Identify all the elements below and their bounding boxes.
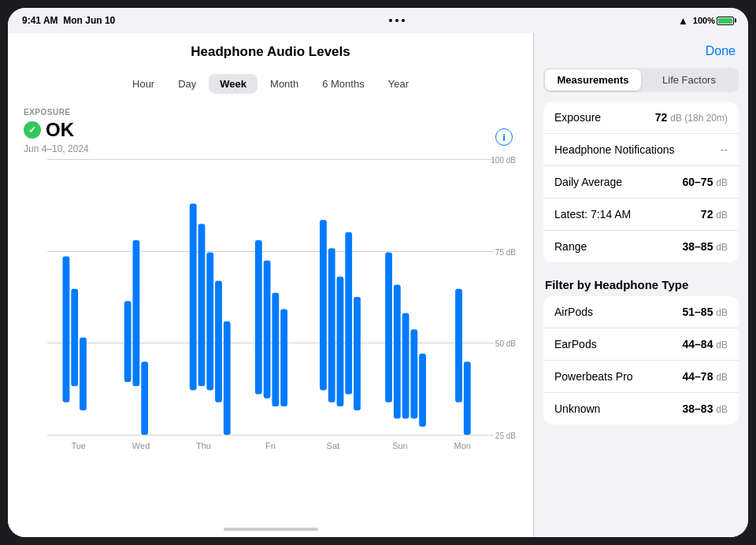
done-button[interactable]: Done <box>706 44 736 58</box>
svg-rect-0 <box>63 257 70 402</box>
metric-name-range: Range <box>554 240 587 253</box>
grid-label-100: 100 dB <box>491 156 516 165</box>
day-label-mon: Mon <box>454 441 471 450</box>
svg-rect-20 <box>385 252 392 402</box>
metric-value-exposure: 72 dB (18h 20m) <box>655 111 728 124</box>
metric-value-headphone-notif: -- <box>721 143 728 156</box>
metric-value-daily-avg: 60–75 dB <box>682 176 728 188</box>
tab-year[interactable]: Year <box>377 74 420 94</box>
tab-day[interactable]: Day <box>167 74 207 94</box>
chart-area: EXPOSURE ✓ OK Jun 4–10, 2024 i 100 dB <box>8 100 533 521</box>
svg-rect-1 <box>71 289 78 387</box>
segment-control: Measurements Life Factors <box>543 68 739 92</box>
ok-text: OK <box>46 119 74 141</box>
wifi-icon: ▲ <box>678 15 688 27</box>
metric-name-exposure: Exposure <box>554 111 601 124</box>
metric-row-range: Range 38–85 dB <box>543 231 739 262</box>
metric-value-range: 38–85 dB <box>682 240 728 253</box>
exposure-label: EXPOSURE <box>24 108 517 117</box>
day-label-sat: Sat <box>327 441 340 450</box>
tab-week[interactable]: Week <box>209 74 258 94</box>
grid-line-25: 25 dB <box>47 435 494 436</box>
filter-name-unknown: Unknown <box>554 402 600 415</box>
svg-rect-7 <box>198 224 206 386</box>
tab-hour[interactable]: Hour <box>121 74 165 94</box>
status-center-dots <box>389 19 405 22</box>
filter-name-earpods: EarPods <box>554 338 597 350</box>
svg-rect-15 <box>320 220 327 390</box>
filter-value-powerbeats: 44–78 dB <box>682 370 728 383</box>
day-label-sun: Sun <box>392 441 408 450</box>
svg-rect-25 <box>455 289 462 402</box>
tab-month[interactable]: Month <box>259 74 309 94</box>
filter-row-airpods: AirPods 51–85 dB <box>543 296 739 328</box>
svg-rect-24 <box>419 354 426 427</box>
svg-rect-21 <box>394 285 401 419</box>
metrics-card: Exposure 72 dB (18h 20m) Headphone Notif… <box>543 102 739 262</box>
home-indicator <box>8 521 533 537</box>
filter-section-header: Filter by Headphone Type <box>534 270 748 296</box>
svg-rect-3 <box>124 301 132 382</box>
time-tabs: Hour Day Week Month 6 Months Year <box>8 68 533 100</box>
svg-rect-5 <box>141 361 148 435</box>
svg-rect-18 <box>345 232 352 395</box>
svg-rect-22 <box>402 313 410 419</box>
main-content: Headphone Audio Levels Hour Day Week Mon… <box>8 33 748 537</box>
svg-rect-8 <box>206 252 213 390</box>
svg-rect-13 <box>272 293 279 406</box>
grid-label-75: 75 dB <box>495 247 516 256</box>
filter-name-airpods: AirPods <box>554 306 593 318</box>
day-label-thu: Thu <box>196 441 211 450</box>
day-label-wed: Wed <box>132 441 150 450</box>
tab-6months[interactable]: 6 Months <box>311 74 375 94</box>
filter-value-airpods: 51–85 dB <box>682 306 728 318</box>
info-button[interactable]: i <box>495 128 513 146</box>
svg-rect-10 <box>224 321 231 435</box>
battery-indicator: 100% <box>693 16 734 25</box>
filter-name-powerbeats: Powerbeats Pro <box>554 370 633 383</box>
status-right: ▲ 100% <box>678 15 734 27</box>
right-panel: Done Measurements Life Factors Exposure … <box>534 33 748 537</box>
svg-rect-19 <box>354 297 361 410</box>
metric-name-headphone-notif: Headphone Notifications <box>554 143 675 156</box>
filter-row-powerbeats: Powerbeats Pro 44–78 dB <box>543 361 739 393</box>
day-label-fri: Fri <box>265 441 276 450</box>
svg-rect-26 <box>464 361 471 435</box>
metric-name-latest: Latest: 7:14 AM <box>554 208 631 221</box>
svg-rect-16 <box>328 248 335 402</box>
status-time: 9:41 AM Mon Jun 10 <box>22 15 115 26</box>
status-ok-row: ✓ OK <box>24 119 517 141</box>
metric-name-daily-avg: Daily Average <box>554 176 622 188</box>
svg-rect-11 <box>255 240 262 395</box>
filter-value-unknown: 38–83 dB <box>682 402 728 415</box>
ipad-frame: 9:41 AM Mon Jun 10 ▲ 100% Headphone Audi… <box>8 8 748 537</box>
ok-icon: ✓ <box>24 121 41 139</box>
page-title: Headphone Audio Levels <box>8 33 533 68</box>
filter-row-unknown: Unknown 38–83 dB <box>543 393 739 425</box>
day-label-tue: Tue <box>71 441 86 450</box>
headphone-filter-card: AirPods 51–85 dB EarPods 44–84 dB Powerb… <box>543 296 739 425</box>
status-bar: 9:41 AM Mon Jun 10 ▲ 100% <box>8 8 748 33</box>
chart-container: 100 dB 75 dB 50 dB 25 dB <box>24 159 517 458</box>
seg-measurements[interactable]: Measurements <box>545 69 641 91</box>
date-range: Jun 4–10, 2024 <box>24 143 517 154</box>
filter-row-earpods: EarPods 44–84 dB <box>543 328 739 361</box>
metric-value-latest: 72 dB <box>701 208 728 221</box>
left-panel: Headphone Audio Levels Hour Day Week Mon… <box>8 33 534 537</box>
metric-row-headphone-notif: Headphone Notifications -- <box>543 134 739 166</box>
svg-rect-12 <box>264 261 271 399</box>
svg-rect-2 <box>80 337 87 410</box>
metric-row-latest: Latest: 7:14 AM 72 dB <box>543 198 739 231</box>
grid-label-25: 25 dB <box>495 432 516 440</box>
svg-rect-6 <box>190 204 197 391</box>
svg-rect-23 <box>410 329 417 418</box>
metric-row-exposure: Exposure 72 dB (18h 20m) <box>543 102 739 134</box>
bars-svg <box>47 159 494 435</box>
svg-rect-4 <box>133 240 140 386</box>
metric-row-daily-avg: Daily Average 60–75 dB <box>543 166 739 198</box>
grid-label-50: 50 dB <box>495 339 516 348</box>
right-header: Done <box>534 33 748 68</box>
svg-rect-14 <box>280 309 287 406</box>
svg-rect-9 <box>215 280 222 402</box>
seg-life-factors[interactable]: Life Factors <box>641 69 737 91</box>
